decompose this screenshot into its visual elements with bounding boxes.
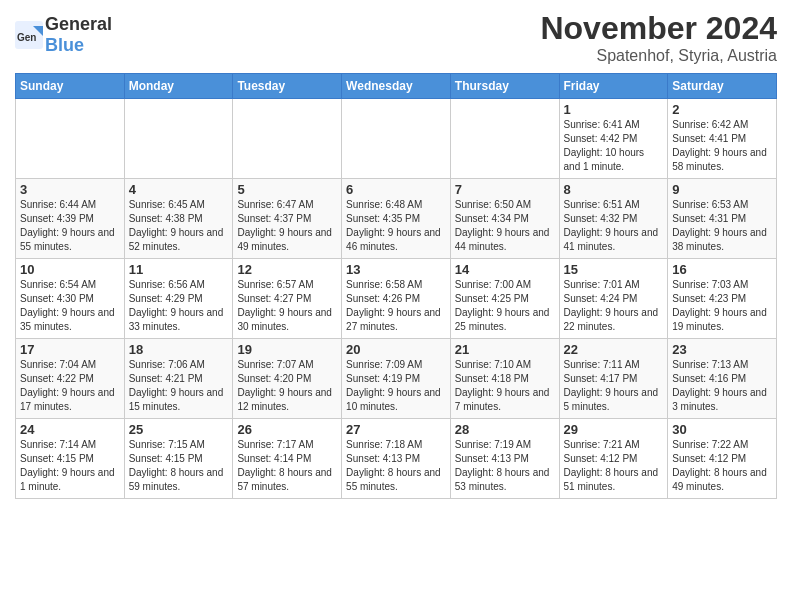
day-number: 1 [564, 102, 664, 117]
day-info: Sunrise: 7:18 AM Sunset: 4:13 PM Dayligh… [346, 438, 446, 494]
calendar-cell: 8Sunrise: 6:51 AM Sunset: 4:32 PM Daylig… [559, 179, 668, 259]
logo-blue: Blue [45, 35, 84, 55]
day-number: 21 [455, 342, 555, 357]
day-info: Sunrise: 6:45 AM Sunset: 4:38 PM Dayligh… [129, 198, 229, 254]
calendar-header-row: Sunday Monday Tuesday Wednesday Thursday… [16, 74, 777, 99]
calendar-cell [233, 99, 342, 179]
calendar-cell: 6Sunrise: 6:48 AM Sunset: 4:35 PM Daylig… [342, 179, 451, 259]
calendar-cell: 7Sunrise: 6:50 AM Sunset: 4:34 PM Daylig… [450, 179, 559, 259]
calendar-cell: 21Sunrise: 7:10 AM Sunset: 4:18 PM Dayli… [450, 339, 559, 419]
calendar-week-1: 3Sunrise: 6:44 AM Sunset: 4:39 PM Daylig… [16, 179, 777, 259]
day-info: Sunrise: 6:56 AM Sunset: 4:29 PM Dayligh… [129, 278, 229, 334]
day-info: Sunrise: 7:11 AM Sunset: 4:17 PM Dayligh… [564, 358, 664, 414]
calendar-cell: 23Sunrise: 7:13 AM Sunset: 4:16 PM Dayli… [668, 339, 777, 419]
calendar-cell: 30Sunrise: 7:22 AM Sunset: 4:12 PM Dayli… [668, 419, 777, 499]
calendar-cell: 18Sunrise: 7:06 AM Sunset: 4:21 PM Dayli… [124, 339, 233, 419]
day-number: 23 [672, 342, 772, 357]
header: Gen General Blue November 2024 Spatenhof… [15, 10, 777, 65]
day-number: 6 [346, 182, 446, 197]
calendar-cell: 20Sunrise: 7:09 AM Sunset: 4:19 PM Dayli… [342, 339, 451, 419]
day-number: 29 [564, 422, 664, 437]
calendar-week-2: 10Sunrise: 6:54 AM Sunset: 4:30 PM Dayli… [16, 259, 777, 339]
day-number: 22 [564, 342, 664, 357]
calendar-cell: 12Sunrise: 6:57 AM Sunset: 4:27 PM Dayli… [233, 259, 342, 339]
day-number: 13 [346, 262, 446, 277]
day-number: 8 [564, 182, 664, 197]
day-info: Sunrise: 7:07 AM Sunset: 4:20 PM Dayligh… [237, 358, 337, 414]
day-number: 2 [672, 102, 772, 117]
day-info: Sunrise: 7:04 AM Sunset: 4:22 PM Dayligh… [20, 358, 120, 414]
day-info: Sunrise: 6:57 AM Sunset: 4:27 PM Dayligh… [237, 278, 337, 334]
header-monday: Monday [124, 74, 233, 99]
day-info: Sunrise: 6:50 AM Sunset: 4:34 PM Dayligh… [455, 198, 555, 254]
calendar-cell: 26Sunrise: 7:17 AM Sunset: 4:14 PM Dayli… [233, 419, 342, 499]
logo: Gen General Blue [15, 14, 112, 56]
day-number: 18 [129, 342, 229, 357]
calendar-week-0: 1Sunrise: 6:41 AM Sunset: 4:42 PM Daylig… [16, 99, 777, 179]
calendar-cell: 5Sunrise: 6:47 AM Sunset: 4:37 PM Daylig… [233, 179, 342, 259]
calendar-cell: 24Sunrise: 7:14 AM Sunset: 4:15 PM Dayli… [16, 419, 125, 499]
logo-general: General [45, 14, 112, 34]
day-info: Sunrise: 7:00 AM Sunset: 4:25 PM Dayligh… [455, 278, 555, 334]
day-info: Sunrise: 7:03 AM Sunset: 4:23 PM Dayligh… [672, 278, 772, 334]
calendar-cell: 14Sunrise: 7:00 AM Sunset: 4:25 PM Dayli… [450, 259, 559, 339]
day-info: Sunrise: 6:44 AM Sunset: 4:39 PM Dayligh… [20, 198, 120, 254]
calendar-cell: 28Sunrise: 7:19 AM Sunset: 4:13 PM Dayli… [450, 419, 559, 499]
calendar-cell: 25Sunrise: 7:15 AM Sunset: 4:15 PM Dayli… [124, 419, 233, 499]
day-info: Sunrise: 6:53 AM Sunset: 4:31 PM Dayligh… [672, 198, 772, 254]
calendar-cell: 17Sunrise: 7:04 AM Sunset: 4:22 PM Dayli… [16, 339, 125, 419]
header-sunday: Sunday [16, 74, 125, 99]
day-info: Sunrise: 7:17 AM Sunset: 4:14 PM Dayligh… [237, 438, 337, 494]
day-number: 17 [20, 342, 120, 357]
day-number: 3 [20, 182, 120, 197]
calendar-cell [450, 99, 559, 179]
calendar-cell: 4Sunrise: 6:45 AM Sunset: 4:38 PM Daylig… [124, 179, 233, 259]
header-wednesday: Wednesday [342, 74, 451, 99]
calendar-cell: 2Sunrise: 6:42 AM Sunset: 4:41 PM Daylig… [668, 99, 777, 179]
page: Gen General Blue November 2024 Spatenhof… [0, 0, 792, 612]
day-number: 10 [20, 262, 120, 277]
day-number: 30 [672, 422, 772, 437]
day-info: Sunrise: 7:14 AM Sunset: 4:15 PM Dayligh… [20, 438, 120, 494]
calendar-cell [16, 99, 125, 179]
day-number: 24 [20, 422, 120, 437]
calendar-cell: 13Sunrise: 6:58 AM Sunset: 4:26 PM Dayli… [342, 259, 451, 339]
calendar-cell: 22Sunrise: 7:11 AM Sunset: 4:17 PM Dayli… [559, 339, 668, 419]
day-info: Sunrise: 6:48 AM Sunset: 4:35 PM Dayligh… [346, 198, 446, 254]
calendar-cell [124, 99, 233, 179]
day-number: 19 [237, 342, 337, 357]
day-info: Sunrise: 7:22 AM Sunset: 4:12 PM Dayligh… [672, 438, 772, 494]
title-area: November 2024 Spatenhof, Styria, Austria [540, 10, 777, 65]
day-info: Sunrise: 6:51 AM Sunset: 4:32 PM Dayligh… [564, 198, 664, 254]
calendar-cell: 15Sunrise: 7:01 AM Sunset: 4:24 PM Dayli… [559, 259, 668, 339]
header-tuesday: Tuesday [233, 74, 342, 99]
calendar-cell: 10Sunrise: 6:54 AM Sunset: 4:30 PM Dayli… [16, 259, 125, 339]
calendar-cell [342, 99, 451, 179]
day-info: Sunrise: 7:21 AM Sunset: 4:12 PM Dayligh… [564, 438, 664, 494]
calendar-cell: 1Sunrise: 6:41 AM Sunset: 4:42 PM Daylig… [559, 99, 668, 179]
day-info: Sunrise: 7:09 AM Sunset: 4:19 PM Dayligh… [346, 358, 446, 414]
day-info: Sunrise: 7:19 AM Sunset: 4:13 PM Dayligh… [455, 438, 555, 494]
svg-text:Gen: Gen [17, 32, 36, 43]
calendar-cell: 3Sunrise: 6:44 AM Sunset: 4:39 PM Daylig… [16, 179, 125, 259]
calendar-week-3: 17Sunrise: 7:04 AM Sunset: 4:22 PM Dayli… [16, 339, 777, 419]
location-subtitle: Spatenhof, Styria, Austria [540, 47, 777, 65]
day-number: 15 [564, 262, 664, 277]
day-number: 26 [237, 422, 337, 437]
day-info: Sunrise: 6:42 AM Sunset: 4:41 PM Dayligh… [672, 118, 772, 174]
day-info: Sunrise: 7:06 AM Sunset: 4:21 PM Dayligh… [129, 358, 229, 414]
calendar-cell: 9Sunrise: 6:53 AM Sunset: 4:31 PM Daylig… [668, 179, 777, 259]
day-number: 16 [672, 262, 772, 277]
day-number: 12 [237, 262, 337, 277]
month-title: November 2024 [540, 10, 777, 47]
day-number: 9 [672, 182, 772, 197]
calendar-cell: 19Sunrise: 7:07 AM Sunset: 4:20 PM Dayli… [233, 339, 342, 419]
day-number: 20 [346, 342, 446, 357]
day-number: 28 [455, 422, 555, 437]
day-number: 4 [129, 182, 229, 197]
day-info: Sunrise: 7:15 AM Sunset: 4:15 PM Dayligh… [129, 438, 229, 494]
day-number: 27 [346, 422, 446, 437]
calendar-week-4: 24Sunrise: 7:14 AM Sunset: 4:15 PM Dayli… [16, 419, 777, 499]
day-info: Sunrise: 7:01 AM Sunset: 4:24 PM Dayligh… [564, 278, 664, 334]
logo-text: General Blue [45, 14, 112, 56]
